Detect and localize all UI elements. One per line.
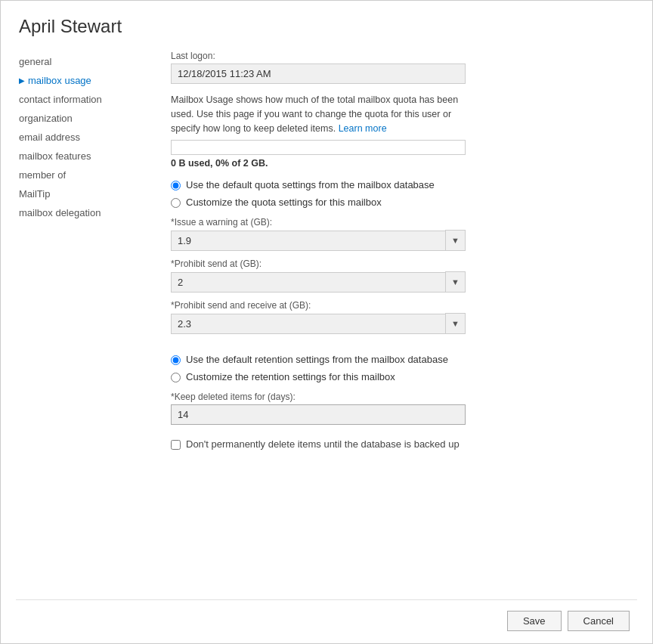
retention-radio-default[interactable]: Use the default retention settings from …: [171, 354, 630, 365]
learn-more-link[interactable]: Learn more: [339, 123, 387, 134]
sidebar-item-general[interactable]: general: [16, 52, 156, 71]
sidebar-item-label: email address: [19, 132, 80, 143]
prohibit-send-receive-label: *Prohibit send and receive at (GB):: [171, 300, 630, 311]
sidebar-item-label: MailTip: [19, 188, 50, 200]
prohibit-send-dropdown-btn[interactable]: ▼: [445, 271, 466, 293]
retention-radio-custom[interactable]: Customize the retention settings for thi…: [171, 371, 630, 382]
quota-radio-default-input[interactable]: [171, 181, 181, 190]
description-text: Mailbox Usage shows how much of the tota…: [171, 93, 466, 135]
last-logon-value: 12/18/2015 11:23 AM: [171, 63, 466, 84]
sidebar-item-member-of[interactable]: member of: [16, 166, 156, 184]
retention-radio-custom-input[interactable]: [171, 373, 181, 382]
sidebar-item-label: contact information: [19, 94, 102, 105]
prohibit-send-receive-group: *Prohibit send and receive at (GB): ▼: [171, 300, 630, 334]
usage-bar-container: [171, 140, 466, 155]
arrow-icon: ▶: [19, 76, 25, 85]
quota-radio-default-label: Use the default quota settings from the …: [186, 179, 435, 190]
page-title: April Stewart: [16, 16, 637, 37]
quota-radio-custom-input[interactable]: [171, 198, 181, 208]
sidebar: general ▶ mailbox usage contact informat…: [16, 51, 156, 584]
sidebar-item-contact-information[interactable]: contact information: [16, 90, 156, 109]
issue-warning-row: ▼: [171, 230, 466, 251]
sidebar-item-organization[interactable]: organization: [16, 109, 156, 128]
quota-radio-custom[interactable]: Customize the quota settings for this ma…: [171, 197, 630, 208]
prohibit-send-receive-input[interactable]: [171, 314, 445, 334]
dont-delete-option[interactable]: Don't permanently delete items until the…: [171, 438, 630, 450]
sidebar-item-mailtip[interactable]: MailTip: [16, 184, 156, 203]
last-logon-label: Last logon:: [171, 51, 630, 61]
dont-delete-label: Don't permanently delete items until the…: [186, 438, 460, 450]
prohibit-send-group: *Prohibit send at (GB): ▼: [171, 259, 630, 293]
keep-deleted-label: *Keep deleted items for (days):: [171, 392, 630, 402]
sidebar-item-email-address[interactable]: email address: [16, 128, 156, 147]
issue-warning-dropdown-btn[interactable]: ▼: [445, 230, 466, 251]
sidebar-item-label: mailbox delegation: [19, 207, 101, 218]
retention-radio-group: Use the default retention settings from …: [171, 354, 630, 382]
usage-text: 0 B used, 0% of 2 GB.: [171, 158, 630, 169]
content-area: general ▶ mailbox usage contact informat…: [16, 51, 637, 584]
sidebar-item-label: general: [19, 56, 51, 67]
sidebar-item-mailbox-usage[interactable]: ▶ mailbox usage: [16, 71, 156, 90]
quota-radio-custom-label: Customize the quota settings for this ma…: [186, 197, 382, 208]
retention-radio-default-input[interactable]: [171, 355, 181, 365]
sidebar-item-label: organization: [19, 113, 73, 124]
issue-warning-label: *Issue a warning at (GB):: [171, 217, 630, 228]
retention-radio-custom-label: Customize the retention settings for thi…: [186, 371, 395, 382]
footer: Save Cancel: [16, 599, 637, 643]
sidebar-item-label: mailbox features: [19, 150, 91, 162]
prohibit-send-label: *Prohibit send at (GB):: [171, 259, 630, 269]
prohibit-send-input[interactable]: [171, 272, 445, 293]
sidebar-item-mailbox-features[interactable]: mailbox features: [16, 147, 156, 166]
cancel-button[interactable]: Cancel: [568, 611, 630, 631]
description-content: Mailbox Usage shows how much of the tota…: [171, 94, 458, 134]
retention-radio-default-label: Use the default retention settings from …: [186, 354, 448, 365]
prohibit-send-receive-dropdown-btn[interactable]: ▼: [445, 313, 466, 334]
sidebar-item-label: member of: [19, 169, 66, 181]
prohibit-send-receive-row: ▼: [171, 313, 466, 334]
issue-warning-group: *Issue a warning at (GB): ▼: [171, 217, 630, 251]
keep-deleted-input[interactable]: [171, 404, 466, 425]
dialog-container: April Stewart general ▶ mailbox usage co…: [0, 0, 653, 644]
keep-deleted-group: *Keep deleted items for (days):: [171, 392, 630, 431]
sidebar-item-mailbox-delegation[interactable]: mailbox delegation: [16, 203, 156, 222]
prohibit-send-row: ▼: [171, 271, 466, 293]
quota-radio-group: Use the default quota settings from the …: [171, 179, 630, 208]
quota-radio-default[interactable]: Use the default quota settings from the …: [171, 179, 630, 190]
section-divider: [171, 342, 630, 354]
save-button[interactable]: Save: [507, 611, 562, 631]
sidebar-item-label: mailbox usage: [28, 75, 91, 86]
main-content: Last logon: 12/18/2015 11:23 AM Mailbox …: [156, 51, 637, 584]
dont-delete-checkbox[interactable]: [171, 440, 181, 450]
issue-warning-input[interactable]: [171, 231, 445, 251]
